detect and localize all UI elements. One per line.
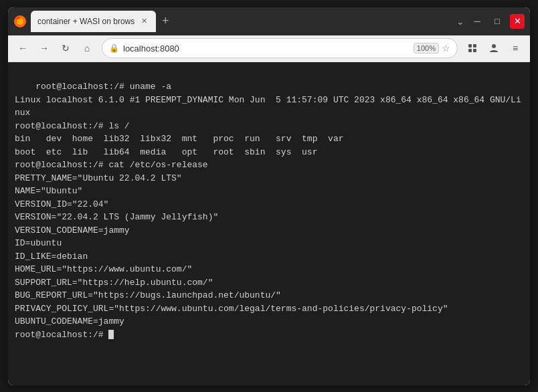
address-bar-right: 100% ☆ [414, 43, 450, 54]
svg-point-6 [492, 44, 496, 48]
url-text: localhost:8080 [123, 43, 410, 54]
profile-button[interactable] [484, 39, 503, 58]
terminal-line-1: root@localhost:/# uname -a Linux localho… [15, 82, 521, 340]
terminal-area: root@localhost:/# uname -a Linux localho… [8, 62, 530, 385]
svg-point-1 [17, 18, 23, 25]
nav-right-controls: ≡ [463, 39, 525, 58]
svg-rect-4 [468, 49, 472, 52]
zoom-level: 100% [414, 43, 439, 54]
address-bar[interactable]: 🔒 localhost:8080 100% ☆ [102, 38, 458, 58]
back-button[interactable]: ← [13, 39, 32, 58]
security-icon: 🔒 [109, 43, 119, 53]
extensions-button[interactable] [463, 39, 482, 58]
tab-close-button[interactable]: ✕ [139, 16, 149, 27]
title-bar: container + WASI on brows ✕ + ⌄ ─ □ ✕ [8, 7, 530, 35]
firefox-icon [13, 15, 27, 28]
svg-rect-3 [473, 44, 476, 47]
reload-button[interactable]: ↻ [56, 39, 75, 58]
nav-bar: ← → ↻ ⌂ 🔒 localhost:8080 100% ☆ [8, 35, 530, 62]
title-bar-controls: ⌄ ─ □ ✕ [456, 14, 525, 29]
maximize-button[interactable]: □ [490, 14, 505, 29]
new-tab-button[interactable]: + [156, 12, 175, 31]
browser-window: container + WASI on brows ✕ + ⌄ ─ □ ✕ ← … [8, 7, 530, 385]
close-window-button[interactable]: ✕ [510, 14, 525, 29]
forward-button[interactable]: → [35, 39, 54, 58]
terminal-cursor [108, 330, 114, 339]
svg-rect-2 [468, 44, 472, 47]
tab-dropdown-button[interactable]: ⌄ [456, 16, 464, 27]
home-button[interactable]: ⌂ [78, 39, 96, 58]
menu-button[interactable]: ≡ [506, 39, 525, 58]
tab-strip: container + WASI on brows ✕ + [31, 7, 452, 35]
active-tab[interactable]: container + WASI on brows ✕ [31, 11, 156, 32]
svg-rect-5 [473, 49, 476, 52]
tab-title: container + WASI on brows [37, 17, 134, 26]
bookmark-button[interactable]: ☆ [442, 43, 450, 54]
minimize-button[interactable]: ─ [470, 14, 484, 29]
